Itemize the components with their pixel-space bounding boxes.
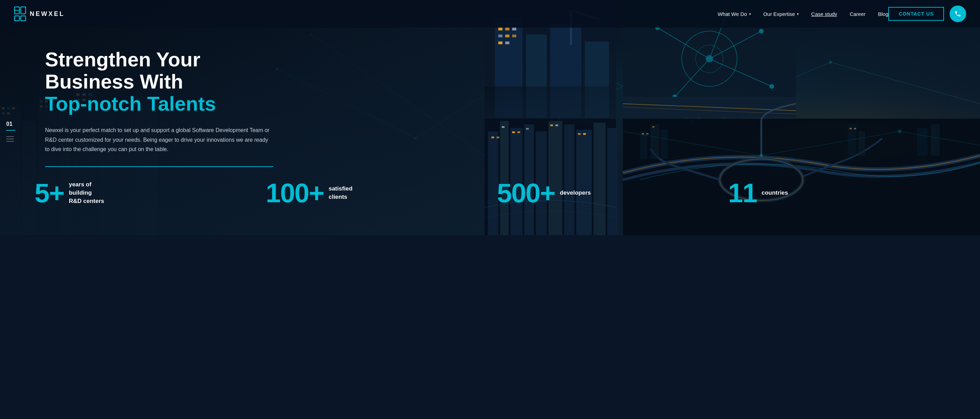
- hero-title-line1: Strengthen Your Business With: [45, 48, 270, 93]
- svg-point-121: [898, 130, 902, 133]
- svg-rect-2: [14, 16, 19, 21]
- navbar: NEWXEL What We Do▾Our Expertise▾Case stu…: [0, 0, 980, 28]
- contact-us-button[interactable]: CONTACT US: [888, 7, 944, 21]
- phone-icon: [955, 10, 961, 17]
- svg-rect-96: [517, 132, 520, 133]
- svg-rect-93: [496, 136, 500, 138]
- svg-rect-54: [505, 28, 509, 30]
- nav-link-our-expertise[interactable]: Our Expertise▾: [764, 11, 799, 17]
- logo[interactable]: NEWXEL: [14, 6, 65, 21]
- svg-point-77: [706, 55, 713, 62]
- svg-point-74: [759, 29, 764, 33]
- stat-countries-number: 11: [728, 179, 757, 206]
- stats-bar: 5+ years of buildingR&D centers 100+ sat…: [0, 167, 980, 223]
- logo-icon: [14, 6, 26, 21]
- nav-link-case-study[interactable]: Case study: [811, 11, 837, 17]
- svg-rect-101: [583, 133, 586, 135]
- hero-title-line2: Top-notch Talents: [45, 93, 270, 115]
- stat-clients-number: 100+: [266, 179, 324, 206]
- svg-rect-60: [505, 41, 509, 44]
- svg-rect-97: [526, 128, 529, 130]
- svg-rect-92: [492, 136, 494, 138]
- stat-years-label: years of buildingR&D centers: [69, 181, 107, 205]
- svg-rect-57: [505, 35, 509, 37]
- svg-rect-61: [484, 86, 616, 117]
- stat-clients-label: satisfiedclients: [329, 185, 353, 201]
- nav-link-what-we-do[interactable]: What We Do▾: [718, 11, 751, 17]
- svg-rect-98: [550, 124, 553, 126]
- what-we-do-chevron-icon: ▾: [749, 12, 751, 16]
- svg-rect-94: [502, 126, 504, 128]
- svg-rect-100: [578, 133, 581, 135]
- our-expertise-chevron-icon: ▾: [797, 12, 799, 16]
- stat-countries: 11 countries: [728, 179, 959, 206]
- svg-rect-56: [498, 35, 503, 37]
- nav-links: What We Do▾Our Expertise▾Case studyCaree…: [718, 11, 888, 17]
- stat-countries-label: countries: [762, 189, 788, 197]
- stat-clients: 100+ satisfiedclients: [266, 179, 497, 206]
- nav-link-blog[interactable]: Blog: [878, 11, 888, 17]
- svg-rect-3: [21, 16, 25, 21]
- svg-rect-95: [512, 132, 515, 133]
- svg-rect-1: [21, 7, 25, 14]
- svg-rect-55: [512, 28, 516, 30]
- svg-rect-58: [512, 35, 516, 37]
- hero-section: 01 Strengthen Your Business With Top-not…: [0, 0, 980, 235]
- svg-rect-109: [858, 132, 865, 156]
- svg-rect-115: [850, 128, 852, 129]
- svg-rect-113: [646, 133, 649, 135]
- svg-rect-107: [661, 130, 668, 159]
- svg-rect-53: [498, 28, 503, 30]
- svg-rect-114: [652, 126, 654, 128]
- svg-rect-99: [555, 124, 558, 126]
- svg-rect-116: [854, 128, 856, 129]
- svg-point-43: [829, 61, 832, 63]
- stat-years-number: 5+: [35, 179, 64, 206]
- phone-button[interactable]: [950, 6, 966, 22]
- svg-rect-112: [642, 133, 644, 135]
- hero-description: Newxel is your perfect match to set up a…: [45, 125, 270, 154]
- svg-rect-111: [931, 124, 940, 156]
- svg-rect-110: [917, 128, 928, 156]
- stat-developers: 500+ developers: [497, 179, 728, 206]
- logo-text: NEWXEL: [30, 10, 65, 17]
- svg-point-75: [770, 84, 774, 89]
- stat-years: 5+ years of buildingR&D centers: [35, 179, 266, 206]
- svg-rect-106: [651, 124, 659, 159]
- svg-rect-59: [498, 41, 503, 44]
- nav-link-career[interactable]: Career: [850, 11, 865, 17]
- stat-developers-label: developers: [560, 189, 591, 197]
- svg-point-120: [760, 154, 763, 157]
- stat-developers-number: 500+: [497, 179, 555, 206]
